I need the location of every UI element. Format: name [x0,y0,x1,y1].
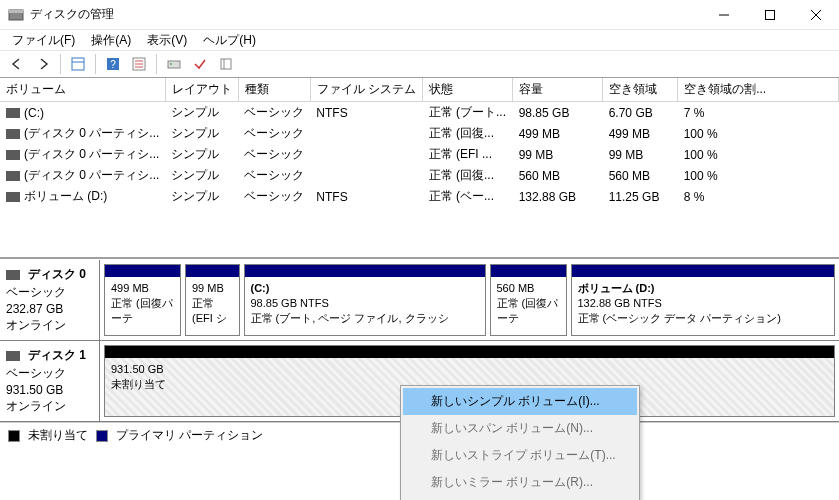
col-fs[interactable]: ファイル システム [310,78,422,102]
svg-rect-3 [766,10,775,19]
menu-action[interactable]: 操作(A) [85,30,137,51]
menubar: ファイル(F) 操作(A) 表示(V) ヘルプ(H) [0,30,839,50]
table-row[interactable]: ボリューム (D:)シンプルベーシックNTFS正常 (ベー...132.88 G… [0,186,839,207]
menu-new-raid5-volume[interactable]: 新しい RAID-5 ボリューム(W)... [403,496,637,500]
svg-text:?: ? [110,59,116,70]
disk0-partition[interactable]: 499 MB正常 (回復パーテ [104,264,181,336]
maximize-button[interactable] [747,0,793,30]
back-button[interactable] [6,53,28,75]
menu-new-mirror-volume[interactable]: 新しいミラー ボリューム(R)... [403,469,637,496]
col-pct[interactable]: 空き領域の割... [678,78,839,102]
minimize-button[interactable] [701,0,747,30]
disk0-info[interactable]: ディスク 0 ベーシック 232.87 GB オンライン [0,260,100,340]
toolbar-list-icon[interactable] [128,53,150,75]
toolbar-disk-icon[interactable] [163,53,185,75]
menu-new-simple-volume[interactable]: 新しいシンプル ボリューム(I)... [403,388,637,415]
menu-view[interactable]: 表示(V) [141,30,193,51]
window-title: ディスクの管理 [30,6,701,23]
table-row[interactable]: (ディスク 0 パーティシ...シンプルベーシック正常 (EFI ...99 M… [0,144,839,165]
table-row[interactable]: (ディスク 0 パーティシ...シンプルベーシック正常 (回復...499 MB… [0,123,839,144]
legend-primary-swatch [96,430,108,442]
menu-new-span-volume[interactable]: 新しいスパン ボリューム(N)... [403,415,637,442]
svg-rect-1 [9,10,23,13]
disk0-partition[interactable]: 99 MB正常 (EFI シ [185,264,240,336]
disk-icon [6,351,20,361]
toolbar-view-icon[interactable] [67,53,89,75]
table-row[interactable]: (ディスク 0 パーティシ...シンプルベーシック正常 (回復...560 MB… [0,165,839,186]
volume-icon [6,108,20,118]
volume-icon [6,150,20,160]
context-menu: 新しいシンプル ボリューム(I)... 新しいスパン ボリューム(N)... 新… [400,385,640,500]
disk0-partition[interactable]: ボリューム (D:)132.88 GB NTFS正常 (ベーシック データ パー… [571,264,836,336]
col-layout[interactable]: レイアウト [165,78,238,102]
volume-icon [6,171,20,181]
disk-icon [6,270,20,280]
forward-button[interactable] [32,53,54,75]
table-row[interactable]: (C:)シンプルベーシックNTFS正常 (ブート...98.85 GB6.70 … [0,102,839,124]
svg-point-15 [170,63,172,65]
menu-new-stripe-volume[interactable]: 新しいストライプ ボリューム(T)... [403,442,637,469]
menu-help[interactable]: ヘルプ(H) [197,30,262,51]
table-header-row[interactable]: ボリューム レイアウト 種類 ファイル システム 状態 容量 空き領域 空き領域… [0,78,839,102]
legend-unalloc-swatch [8,430,20,442]
svg-rect-16 [221,59,231,69]
toolbar: ? [0,50,839,78]
titlebar: ディスクの管理 [0,0,839,30]
menu-file[interactable]: ファイル(F) [6,30,81,51]
toolbar-check-icon[interactable] [189,53,211,75]
col-volume[interactable]: ボリューム [0,78,165,102]
disk-row-0: ディスク 0 ベーシック 232.87 GB オンライン 499 MB正常 (回… [0,260,839,341]
volume-table: ボリューム レイアウト 種類 ファイル システム 状態 容量 空き領域 空き領域… [0,78,839,259]
col-free[interactable]: 空き領域 [603,78,678,102]
svg-rect-6 [72,58,84,70]
disk0-partition[interactable]: 560 MB正常 (回復パーテ [490,264,567,336]
col-status[interactable]: 状態 [423,78,513,102]
app-icon [8,7,24,23]
svg-rect-14 [168,61,180,68]
disk1-info[interactable]: ディスク 1 ベーシック 931.50 GB オンライン [0,341,100,421]
volume-icon [6,192,20,202]
col-type[interactable]: 種類 [238,78,310,102]
disk0-partition[interactable]: (C:)98.85 GB NTFS正常 (ブート, ページ ファイル, クラッシ [244,264,486,336]
help-icon[interactable]: ? [102,53,124,75]
col-cap[interactable]: 容量 [513,78,603,102]
volume-icon [6,129,20,139]
close-button[interactable] [793,0,839,30]
toolbar-settings-icon[interactable] [215,53,237,75]
